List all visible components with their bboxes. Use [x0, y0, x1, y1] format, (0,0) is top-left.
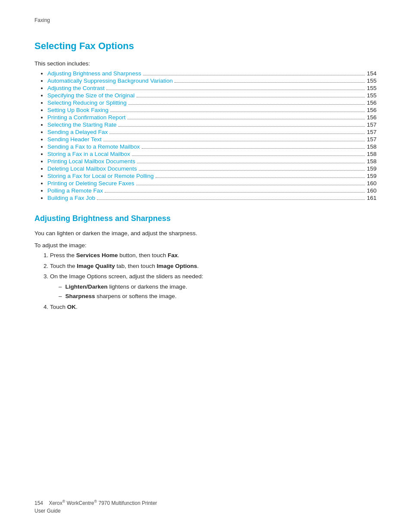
page-container: Faxing Selecting Fax Options This sectio…: [0, 0, 411, 342]
sub-bullet-item: Sharpness sharpens or softens the image.: [59, 292, 377, 301]
toc-link[interactable]: Printing a Confirmation Report: [47, 114, 126, 121]
toc-dots: [143, 75, 365, 75]
breadcrumb: Faxing: [34, 17, 377, 23]
toc-link[interactable]: Storing a Fax in a Local Mailbox: [47, 151, 130, 157]
toc-item: Sending a Fax to a Remote Mailbox158: [47, 143, 377, 150]
toc-link[interactable]: Adjusting Brightness and Sharpness: [47, 70, 141, 77]
toc-page-number: 156: [367, 107, 377, 113]
toc-dots: [128, 104, 365, 105]
subsection-title: Adjusting Brightness and Sharpness: [34, 214, 377, 223]
toc-dots: [156, 177, 365, 178]
toc-page-number: 156: [367, 114, 377, 121]
toc-page-number: 158: [367, 158, 377, 165]
toc-item: Automatically Suppressing Background Var…: [47, 78, 377, 84]
toc-dots: [105, 192, 365, 193]
footer: 154 Xerox® WorkCentre® 7970 Multifunctio…: [34, 499, 157, 515]
toc-page-number: 156: [367, 100, 377, 106]
toc-page-number: 157: [367, 121, 377, 128]
toc-link[interactable]: Printing Local Mailbox Documents: [47, 158, 135, 165]
sub-bullets: Lighten/Darken lightens or darkens the i…: [59, 283, 377, 301]
toc-page-number: 155: [367, 92, 377, 99]
toc-dots: [103, 141, 365, 141]
toc-link[interactable]: Setting Up Book Faxing: [47, 107, 109, 113]
step-text: Touch the Image Quality tab, then touch …: [50, 263, 199, 269]
toc-dots: [137, 97, 365, 97]
toc-dots: [110, 112, 365, 112]
toc-dots: [109, 134, 365, 134]
toc-page-number: 155: [367, 78, 377, 84]
toc-item: Storing a Fax for Local or Remote Pollin…: [47, 173, 377, 179]
toc-item: Sending a Delayed Fax157: [47, 129, 377, 135]
toc-link[interactable]: Specifying the Size of the Original: [47, 92, 135, 99]
toc-item: Adjusting the Contrast155: [47, 85, 377, 91]
step-text: Press the Services Home button, then tou…: [50, 252, 179, 258]
toc-link[interactable]: Deleting Local Mailbox Documents: [47, 165, 137, 172]
step-item: Touch the Image Quality tab, then touch …: [50, 262, 377, 271]
toc-link[interactable]: Building a Fax Job: [47, 195, 95, 201]
step-item: Touch OK.: [50, 303, 377, 311]
toc-item: Setting Up Book Faxing156: [47, 107, 377, 113]
step-item: Press the Services Home button, then tou…: [50, 251, 377, 260]
toc-item: Adjusting Brightness and Sharpness154: [47, 70, 377, 77]
step-text: Touch OK.: [50, 304, 78, 310]
toc-dots: [106, 90, 365, 90]
toc-dots: [97, 199, 365, 200]
toc-dots: [132, 156, 365, 156]
toc-page-number: 160: [367, 187, 377, 194]
toc-link[interactable]: Printing or Deleting Secure Faxes: [47, 180, 134, 187]
section-title: Selecting Fax Options: [34, 40, 377, 52]
toc-link[interactable]: Sending a Fax to a Remote Mailbox: [47, 143, 140, 150]
toc-page-number: 159: [367, 165, 377, 172]
section-includes-label: This section includes:: [34, 60, 377, 67]
toc-page-number: 155: [367, 85, 377, 91]
toc-link[interactable]: Selecting the Starting Rate: [47, 121, 117, 128]
toc-link[interactable]: Polling a Remote Fax: [47, 187, 103, 194]
toc-link[interactable]: Sending Header Text: [47, 136, 102, 143]
toc-item: Building a Fax Job161: [47, 195, 377, 201]
toc-page-number: 157: [367, 129, 377, 135]
toc-item: Sending Header Text157: [47, 136, 377, 143]
toc-item: Specifying the Size of the Original155: [47, 92, 377, 99]
toc-item: Printing or Deleting Secure Faxes160: [47, 180, 377, 187]
toc-page-number: 160: [367, 180, 377, 187]
sub-bullet-item: Lighten/Darken lightens or darkens the i…: [59, 283, 377, 291]
toc-dots: [142, 148, 365, 149]
toc-list: Adjusting Brightness and Sharpness154Aut…: [47, 70, 377, 201]
toc-dots: [118, 126, 365, 127]
toc-link[interactable]: Adjusting the Contrast: [47, 85, 105, 91]
toc-page-number: 154: [367, 70, 377, 77]
steps-label: To adjust the image:: [34, 242, 377, 249]
toc-link[interactable]: Automatically Suppressing Background Var…: [47, 78, 173, 84]
toc-dots: [174, 82, 365, 83]
steps-list: Press the Services Home button, then tou…: [50, 251, 377, 311]
toc-item: Printing Local Mailbox Documents158: [47, 158, 377, 165]
toc-item: Deleting Local Mailbox Documents159: [47, 165, 377, 172]
toc-dots: [128, 119, 365, 119]
toc-page-number: 157: [367, 136, 377, 143]
toc-page-number: 159: [367, 173, 377, 179]
toc-page-number: 161: [367, 195, 377, 201]
toc-page-number: 158: [367, 151, 377, 157]
toc-link[interactable]: Selecting Reducing or Splitting: [47, 100, 127, 106]
toc-link[interactable]: Sending a Delayed Fax: [47, 129, 108, 135]
toc-page-number: 158: [367, 143, 377, 150]
toc-item: Storing a Fax in a Local Mailbox158: [47, 151, 377, 157]
toc-item: Selecting Reducing or Splitting156: [47, 100, 377, 106]
footer-product-name: Xerox® WorkCentre® 7970 Multifunction Pr…: [34, 500, 157, 514]
toc-dots: [139, 170, 365, 171]
toc-dots: [137, 163, 365, 163]
toc-item: Selecting the Starting Rate157: [47, 121, 377, 128]
step-text: On the Image Options screen, adjust the …: [50, 273, 203, 280]
step-item: On the Image Options screen, adjust the …: [50, 272, 377, 301]
subsection-intro: You can lighten or darken the image, and…: [34, 229, 377, 238]
toc-item: Printing a Confirmation Report156: [47, 114, 377, 121]
toc-dots: [136, 185, 365, 185]
toc-item: Polling a Remote Fax160: [47, 187, 377, 194]
toc-link[interactable]: Storing a Fax for Local or Remote Pollin…: [47, 173, 154, 179]
footer-page-number: 154: [34, 500, 43, 506]
